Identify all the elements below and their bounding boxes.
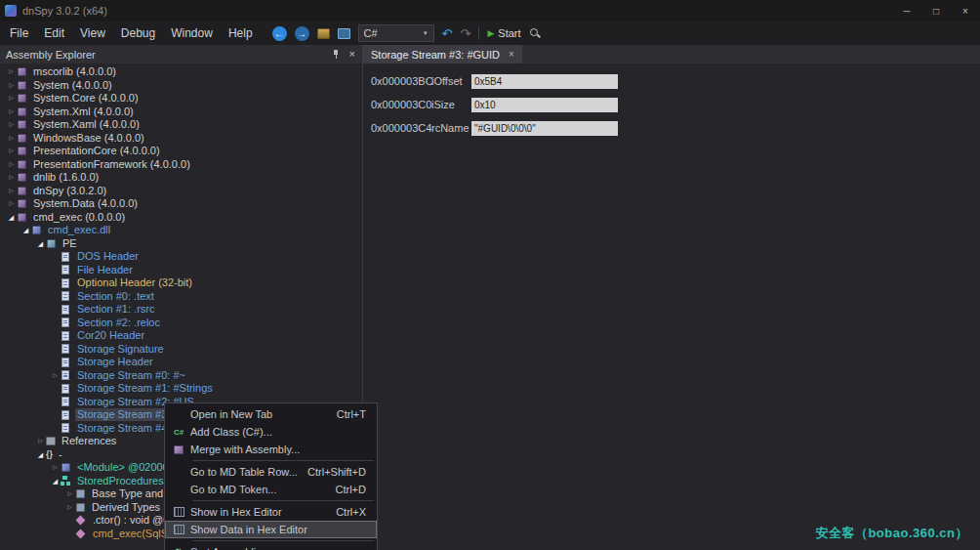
tree-item[interactable]: ▷dnSpy (3.0.2.0)	[0, 185, 362, 198]
context-menu-item-add-class-c[interactable]: C#Add Class (C#)...	[165, 423, 377, 441]
tree-item[interactable]: ▷PresentationFramework (4.0.0.0)	[0, 158, 362, 172]
redo-button[interactable]: ↷	[460, 26, 470, 41]
context-menu-item-go-to-md-table-row[interactable]: Go to MD Table Row...Ctrl+Shift+D	[165, 463, 377, 481]
context-menu-item-merge-with-assembly[interactable]: Merge with Assembly...	[165, 441, 377, 458]
tab-close-icon[interactable]: ×	[509, 49, 514, 60]
start-debug-button[interactable]: ▶ Start	[487, 27, 520, 39]
watermark: 安全客（bobao.360.cn）	[815, 525, 968, 542]
expander-icon[interactable]: ▷	[64, 501, 75, 514]
expander-icon[interactable]: ◢	[35, 237, 46, 250]
field-value-input[interactable]	[471, 121, 618, 136]
expander-icon[interactable]: ▷	[50, 461, 61, 474]
tree-item[interactable]: ▷mscorlib (4.0.0.0)	[0, 65, 362, 79]
window-controls: ─ □ ×	[892, 0, 980, 21]
menu-debug[interactable]: Debug	[113, 22, 163, 44]
tree-item-label: References	[60, 435, 118, 447]
tab-storage-stream-guid[interactable]: Storage Stream #3: #GUID ×	[363, 45, 522, 63]
main-area: Assembly Explorer × ▷mscorlib (4.0.0.0)▷…	[0, 45, 980, 550]
menu-window[interactable]: Window	[163, 22, 221, 44]
pin-icon[interactable]	[332, 49, 341, 60]
tree-item[interactable]: Section #0: .text	[0, 290, 362, 304]
tree-item[interactable]: ▷System (4.0.0.0)	[0, 79, 362, 93]
expander-icon[interactable]: ▷	[6, 65, 17, 78]
context-menu-item-sort-assemblies[interactable]: ⇅Sort Assemblies	[165, 543, 377, 550]
menu-view[interactable]: View	[72, 22, 113, 44]
tree-item[interactable]: ▷System.Core (4.0.0.0)	[0, 92, 362, 106]
tree-item-label: cmd_exec.dll	[46, 224, 112, 236]
maximize-button[interactable]: □	[921, 0, 951, 21]
expander-icon[interactable]: ▷	[6, 145, 17, 157]
assembly-icon	[18, 120, 26, 129]
assembly-icon	[18, 160, 26, 169]
tree-item[interactable]: DOS Header	[0, 250, 362, 264]
expander-icon[interactable]: ◢	[50, 475, 61, 487]
method-icon	[76, 529, 86, 538]
expander-icon[interactable]: ▷	[6, 118, 17, 131]
expander-icon[interactable]: ◢	[6, 211, 17, 224]
open-assembly-icon[interactable]	[317, 28, 330, 39]
binary-file-icon	[61, 331, 69, 341]
tree-item[interactable]: ▷System.Data (4.0.0.0)	[0, 197, 362, 211]
expander-icon[interactable]: ▷	[35, 435, 46, 447]
panel-close-icon[interactable]: ×	[349, 49, 355, 60]
expander-icon[interactable]: ▷	[6, 106, 17, 118]
full-screen-icon[interactable]	[338, 28, 350, 39]
tree-item[interactable]: Storage Header	[0, 356, 362, 369]
tree-item[interactable]: Cor20 Header	[0, 329, 362, 343]
expander-icon[interactable]: ▷	[6, 92, 17, 105]
tree-item[interactable]: ◢PE	[0, 237, 362, 251]
expander-icon[interactable]: ▷	[6, 79, 17, 92]
menu-file[interactable]: File	[2, 22, 36, 44]
expander-icon[interactable]: ▷	[64, 487, 75, 500]
tree-item[interactable]: ▷WindowsBase (4.0.0.0)	[0, 132, 362, 146]
tree-item[interactable]: File Header	[0, 264, 362, 277]
menu-help[interactable]: Help	[221, 22, 261, 44]
derived-types-icon	[76, 503, 85, 512]
menu-shortcut: Ctrl+X	[336, 506, 374, 518]
hex-field-row: 0x000003C4rcName	[371, 121, 980, 135]
binary-file-icon	[61, 410, 69, 420]
tree-item-label: Cor20 Header	[75, 329, 146, 342]
expander-icon[interactable]: ▷	[50, 369, 61, 382]
expander-icon[interactable]: ◢	[35, 448, 46, 461]
undo-button[interactable]: ↶	[442, 26, 453, 41]
tree-item[interactable]: ◢cmd_exec.dll	[0, 224, 362, 237]
tree-item[interactable]: ▷System.Xaml (4.0.0.0)	[0, 118, 362, 132]
tree-item[interactable]: ▷System.Xml (4.0.0.0)	[0, 106, 362, 119]
document-panel: Storage Stream #3: #GUID × 0x000003BCiOf…	[363, 45, 980, 550]
tree-item[interactable]: Optional Header (32-bit)	[0, 276, 362, 290]
tree-item[interactable]: ▷dnlib (1.6.0.0)	[0, 171, 362, 185]
context-menu-item-show-in-hex-editor[interactable]: Show in Hex EditorCtrl+X	[165, 503, 377, 521]
tree-item[interactable]: Section #2: .reloc	[0, 317, 362, 330]
search-icon[interactable]	[529, 27, 542, 40]
navigate-forward-button[interactable]: →	[295, 26, 309, 41]
field-name: rcName	[431, 122, 471, 134]
expander-icon[interactable]: ▷	[6, 132, 17, 145]
navigate-back-button[interactable]: ←	[272, 26, 287, 41]
tree-item-label: PE	[61, 237, 79, 250]
tree-item-label: Storage Stream #0: #~	[75, 369, 187, 382]
minimize-icon: ─	[903, 6, 910, 17]
expander-icon[interactable]: ▷	[6, 171, 17, 184]
menu-separator	[192, 540, 374, 541]
tree-item[interactable]: ▷Storage Stream #0: #~	[0, 369, 362, 383]
field-value-input[interactable]	[471, 98, 618, 112]
field-value-input[interactable]	[471, 74, 618, 89]
tree-item[interactable]: Storage Signature	[0, 343, 362, 357]
minimize-button[interactable]: ─	[892, 0, 921, 21]
tree-item[interactable]: ◢cmd_exec (0.0.0.0)	[0, 211, 362, 225]
expander-icon[interactable]: ◢	[20, 224, 31, 236]
context-menu-item-show-data-in-hex-editor[interactable]: Show Data in Hex Editor	[165, 521, 377, 538]
tree-item[interactable]: Section #1: .rsrc	[0, 303, 362, 317]
expander-icon[interactable]: ▷	[6, 197, 17, 210]
assembly-icon	[18, 187, 26, 195]
context-menu-item-go-to-md-token[interactable]: Go to MD Token...Ctrl+D	[165, 481, 377, 498]
expander-icon[interactable]: ▷	[6, 158, 17, 171]
context-menu-item-open-in-new-tab[interactable]: Open in New TabCtrl+T	[165, 405, 377, 423]
tree-item[interactable]: ▷PresentationCore (4.0.0.0)	[0, 145, 362, 158]
close-button[interactable]: ×	[951, 0, 980, 21]
expander-icon[interactable]: ▷	[6, 185, 17, 197]
tree-item[interactable]: Storage Stream #1: #Strings	[0, 382, 362, 396]
language-dropdown[interactable]: C# ▼	[358, 24, 434, 42]
menu-edit[interactable]: Edit	[36, 22, 72, 44]
